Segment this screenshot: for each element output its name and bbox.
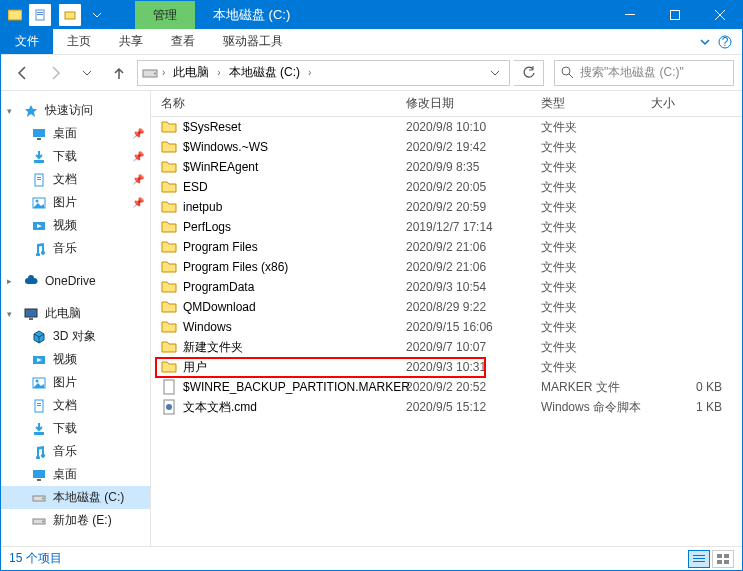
tree-pc-7[interactable]: 本地磁盘 (C:) <box>1 486 150 509</box>
qat-dropdown-icon[interactable] <box>89 7 105 23</box>
minimize-button[interactable] <box>607 1 652 29</box>
address-dropdown-icon[interactable] <box>485 69 505 77</box>
status-bar: 15 个项目 <box>1 546 742 570</box>
tree-pc-2[interactable]: 图片 <box>1 371 150 394</box>
file-row[interactable]: Program Files (x86)2020/9/2 21:06文件夹 <box>151 257 742 277</box>
tree-pc-1[interactable]: 视频 <box>1 348 150 371</box>
file-date: 2020/9/2 21:06 <box>406 260 541 274</box>
svg-rect-31 <box>33 470 45 478</box>
tree-quick-0[interactable]: 桌面📌 <box>1 122 150 145</box>
folder-icon <box>161 199 177 215</box>
folder-icon <box>161 339 177 355</box>
search-box[interactable]: 搜索"本地磁盘 (C:)" <box>554 60 734 86</box>
tree-pc-6[interactable]: 桌面 <box>1 463 150 486</box>
tree-pc-3[interactable]: 文档 <box>1 394 150 417</box>
breadcrumb-sep-icon[interactable]: › <box>215 67 222 78</box>
video-icon <box>31 352 47 368</box>
ribbon-tab-file[interactable]: 文件 <box>1 29 53 54</box>
picture-icon <box>31 195 47 211</box>
svg-rect-23 <box>29 318 33 320</box>
file-name: 新建文件夹 <box>183 339 243 356</box>
file-row[interactable]: 文本文档.cmd2020/9/5 15:12Windows 命令脚本1 KB <box>151 397 742 417</box>
file-size: 1 KB <box>651 400 742 414</box>
file-type: 文件夹 <box>541 319 651 336</box>
tree-this-pc[interactable]: ▾ 此电脑 <box>1 302 150 325</box>
tree-onedrive[interactable]: ▸ OneDrive <box>1 270 150 292</box>
qat-new-folder[interactable] <box>59 4 81 26</box>
tree-pc-8[interactable]: 新加卷 (E:) <box>1 509 150 532</box>
file-row[interactable]: 新建文件夹2020/9/7 10:07文件夹 <box>151 337 742 357</box>
file-row[interactable]: $WinREAgent2020/9/9 8:35文件夹 <box>151 157 742 177</box>
sidebar-resize-handle[interactable] <box>148 91 151 546</box>
file-row[interactable]: 用户2020/9/3 10:31文件夹 <box>151 357 742 377</box>
file-row[interactable]: inetpub2020/9/2 20:59文件夹 <box>151 197 742 217</box>
ribbon-drivetools-label: 驱动器工具 <box>223 33 283 50</box>
video-icon <box>31 218 47 234</box>
contextual-tab-header: 管理 <box>135 1 195 29</box>
svg-rect-37 <box>164 380 174 394</box>
close-button[interactable] <box>697 1 742 29</box>
drive-icon <box>31 490 47 506</box>
titlebar: 管理 本地磁盘 (C:) <box>1 1 742 29</box>
ribbon-tab-2[interactable]: 查看 <box>157 29 209 54</box>
tree-quick-3[interactable]: 图片📌 <box>1 191 150 214</box>
tree-pc-0[interactable]: 3D 对象 <box>1 325 150 348</box>
file-row[interactable]: ESD2020/9/2 20:05文件夹 <box>151 177 742 197</box>
file-type: 文件夹 <box>541 179 651 196</box>
file-row[interactable]: Program Files2020/9/2 21:06文件夹 <box>151 237 742 257</box>
help-icon[interactable]: ? <box>718 35 732 49</box>
ribbon-expand-icon[interactable] <box>700 37 710 47</box>
refresh-button[interactable] <box>514 60 544 86</box>
file-name: 用户 <box>183 359 207 376</box>
file-row[interactable]: ProgramData2020/9/3 10:54文件夹 <box>151 277 742 297</box>
tree-quick-access[interactable]: ▾ 快速访问 <box>1 99 150 122</box>
file-row[interactable]: Windows2020/9/15 16:06文件夹 <box>151 317 742 337</box>
maximize-button[interactable] <box>652 1 697 29</box>
file-row[interactable]: $WINRE_BACKUP_PARTITION.MARKER2020/9/2 2… <box>151 377 742 397</box>
column-size[interactable]: 大小 <box>651 95 742 112</box>
breadcrumb-seg-1[interactable]: 本地磁盘 (C:) <box>225 64 304 81</box>
breadcrumb-sep-icon[interactable]: › <box>160 67 167 78</box>
view-details-button[interactable] <box>688 550 710 568</box>
tree-quick-2[interactable]: 文档📌 <box>1 168 150 191</box>
tree-pc-5[interactable]: 音乐 <box>1 440 150 463</box>
breadcrumb-sep-icon[interactable]: › <box>306 67 313 78</box>
up-button[interactable] <box>105 59 133 87</box>
folder-icon <box>161 139 177 155</box>
recent-dropdown[interactable] <box>73 59 101 87</box>
file-date: 2020/9/7 10:07 <box>406 340 541 354</box>
column-type[interactable]: 类型 <box>541 95 651 112</box>
file-date: 2020/9/5 15:12 <box>406 400 541 414</box>
view-thumbnails-button[interactable] <box>712 550 734 568</box>
tree-quick-1[interactable]: 下载📌 <box>1 145 150 168</box>
qat-properties[interactable] <box>29 4 51 26</box>
ribbon-tab-1[interactable]: 共享 <box>105 29 157 54</box>
file-row[interactable]: PerfLogs2019/12/7 17:14文件夹 <box>151 217 742 237</box>
svg-point-10 <box>154 72 156 74</box>
nav-tree: ▾ 快速访问 桌面📌下载📌文档📌图片📌视频音乐 ▸ OneDrive ▾ 此电脑… <box>1 91 151 546</box>
file-row[interactable]: QMDownload2020/8/29 9:22文件夹 <box>151 297 742 317</box>
svg-rect-29 <box>37 405 41 406</box>
tree-item-label: 视频 <box>53 351 77 368</box>
ribbon-tab-drivetools[interactable]: 驱动器工具 <box>209 29 297 54</box>
svg-rect-3 <box>37 14 43 15</box>
tree-quick-4[interactable]: 视频 <box>1 214 150 237</box>
back-button[interactable] <box>9 59 37 87</box>
file-date: 2020/9/2 20:52 <box>406 380 541 394</box>
breadcrumb-seg-0[interactable]: 此电脑 <box>169 64 213 81</box>
column-date[interactable]: 修改日期 <box>406 95 541 112</box>
search-icon <box>561 66 574 79</box>
tree-pc-4[interactable]: 下载 <box>1 417 150 440</box>
desktop-icon <box>31 467 47 483</box>
ribbon-tab-0[interactable]: 主页 <box>53 29 105 54</box>
forward-button[interactable] <box>41 59 69 87</box>
file-row[interactable]: $SysReset2020/9/8 10:10文件夹 <box>151 117 742 137</box>
address-bar[interactable]: › 此电脑 › 本地磁盘 (C:) › <box>137 60 510 86</box>
file-date: 2020/9/3 10:54 <box>406 280 541 294</box>
column-name[interactable]: 名称 <box>161 95 406 112</box>
star-icon <box>23 103 39 119</box>
tree-label: 此电脑 <box>45 305 81 322</box>
tree-quick-5[interactable]: 音乐 <box>1 237 150 260</box>
svg-point-11 <box>562 67 570 75</box>
file-row[interactable]: $Windows.~WS2020/9/2 19:42文件夹 <box>151 137 742 157</box>
